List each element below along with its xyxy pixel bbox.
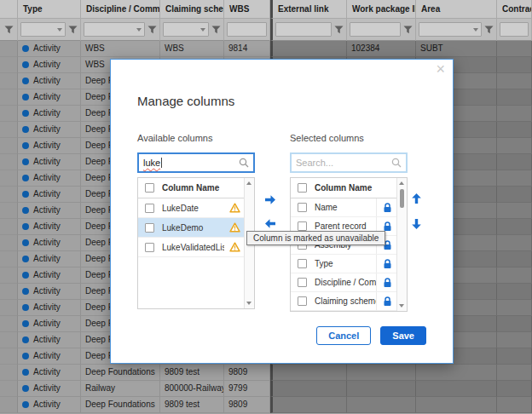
selected-scrollbar[interactable]	[396, 178, 407, 311]
filter-input-external[interactable]	[275, 22, 332, 37]
lock-icon	[376, 198, 397, 216]
scroll-down-icon[interactable]	[399, 304, 404, 308]
cell-contract	[497, 187, 532, 203]
available-search-input[interactable]: luke	[137, 152, 255, 173]
filter-funnel-icon[interactable]	[484, 26, 494, 34]
available-search-value: luke	[143, 158, 160, 168]
table-row[interactable]: ActivityRailway800000-Railway-...9799	[0, 381, 532, 397]
cell-select	[0, 332, 18, 348]
cell-wpid	[347, 381, 416, 397]
row-checkbox[interactable]	[145, 243, 154, 252]
filter-funnel-icon[interactable]	[403, 26, 413, 34]
cell-wbs: 9809	[224, 397, 270, 413]
cell-select	[0, 267, 18, 284]
filter-input-discipline[interactable]	[84, 22, 145, 37]
table-row[interactable]: ActivityDeep Foundations9809 test9809	[0, 397, 532, 413]
activity-dot-icon	[22, 304, 29, 311]
row-checkbox[interactable]	[145, 223, 154, 233]
activity-dot-icon	[22, 369, 29, 376]
filter-input-wpid[interactable]	[350, 22, 401, 37]
scroll-thumb[interactable]	[400, 189, 404, 208]
cell-area	[416, 365, 497, 381]
cancel-button[interactable]: Cancel	[316, 326, 371, 345]
activity-dot-icon	[22, 272, 29, 279]
selected-search-input[interactable]: Search...	[290, 152, 408, 173]
scroll-up-icon[interactable]	[399, 181, 404, 185]
cell-discipline: Railway	[81, 381, 160, 397]
column-header-discipline[interactable]: Discipline / Commodity	[81, 0, 160, 19]
cell-area	[416, 381, 497, 397]
cell-select	[0, 381, 18, 397]
filter-input-claiming[interactable]	[163, 22, 209, 37]
filter-funnel-icon[interactable]	[334, 26, 344, 34]
cell-contract	[497, 41, 532, 57]
selected-column-row[interactable]: Discipline / Commod...	[291, 273, 397, 292]
column-header-wbs[interactable]: WBS	[224, 0, 270, 19]
table-row[interactable]: ActivityWBSWBS9814102384SUBT	[0, 41, 532, 57]
cell-type: Activity	[18, 300, 81, 316]
column-header-external[interactable]: External link	[270, 0, 347, 19]
cell-claiming: WBS	[160, 41, 224, 57]
close-icon[interactable]: ×	[436, 60, 445, 78]
filter-funnel-icon[interactable]	[4, 26, 14, 34]
filter-funnel-icon[interactable]	[68, 26, 78, 34]
scroll-up-icon[interactable]	[246, 181, 252, 185]
filter-input-wbs[interactable]	[227, 22, 267, 37]
row-checkbox[interactable]	[298, 296, 307, 306]
cell-discipline: Deep Foundations	[81, 397, 160, 413]
available-column-row[interactable]: LukeDate	[138, 198, 245, 218]
selected-column-row[interactable]: Name	[291, 198, 397, 217]
cell-type: Activity	[18, 73, 81, 89]
activity-dot-icon	[22, 158, 29, 165]
scroll-down-icon[interactable]	[246, 302, 252, 305]
table-filter-row	[0, 19, 532, 41]
cell-select	[0, 57, 18, 73]
lock-icon	[376, 292, 397, 310]
selected-column-row[interactable]: Claiming scheme	[291, 292, 397, 311]
move-left-button[interactable]	[264, 218, 276, 229]
selected-columns-label: Selected columns	[290, 133, 364, 143]
column-name-label: LukeDemo	[162, 223, 224, 233]
cell-select	[0, 219, 18, 235]
available-select-all-checkbox[interactable]	[145, 183, 154, 193]
row-checkbox[interactable]	[145, 204, 154, 213]
cell-contract	[497, 300, 532, 316]
cell-contract	[497, 219, 532, 235]
cell-select	[0, 251, 18, 267]
selected-column-row[interactable]: Type	[291, 255, 397, 273]
filter-funnel-icon[interactable]	[147, 26, 157, 34]
selected-select-all-checkbox[interactable]	[298, 183, 307, 193]
column-header-contract[interactable]: Contract li	[497, 0, 532, 19]
available-column-row[interactable]: LukeDemo	[138, 218, 245, 238]
available-list-header: Column Name	[162, 183, 245, 193]
cell-select	[0, 41, 18, 57]
move-right-button[interactable]	[264, 194, 276, 205]
filter-input-type[interactable]	[20, 22, 66, 37]
move-down-button[interactable]	[411, 218, 422, 230]
row-checkbox[interactable]	[298, 203, 307, 212]
column-header-select[interactable]	[0, 0, 18, 19]
filter-input-contract[interactable]	[500, 22, 529, 37]
filter-input-area[interactable]	[419, 22, 482, 37]
column-name-label: LukeValidatedList	[162, 243, 224, 252]
cell-select	[0, 203, 18, 219]
row-checkbox[interactable]	[298, 259, 307, 268]
column-header-area[interactable]: Area	[416, 0, 497, 19]
selected-list-header: Column Name	[315, 183, 397, 193]
lock-icon	[376, 273, 397, 291]
column-header-type[interactable]: Type	[18, 0, 81, 19]
save-button[interactable]: Save	[380, 326, 426, 345]
column-header-wpid[interactable]: Work package ID	[347, 0, 416, 19]
table-row[interactable]: ActivityDeep Foundations9809 test9809	[0, 365, 532, 381]
move-up-button[interactable]	[411, 193, 422, 204]
activity-dot-icon	[22, 207, 29, 214]
column-header-claiming[interactable]: Claiming scheme	[160, 0, 224, 19]
cell-contract	[497, 73, 532, 89]
row-checkbox[interactable]	[298, 221, 307, 231]
filter-cell-external	[270, 19, 347, 41]
row-checkbox[interactable]	[298, 278, 307, 287]
filter-funnel-icon[interactable]	[211, 26, 221, 34]
cell-wpid	[347, 365, 416, 381]
available-column-row[interactable]: LukeValidatedList	[138, 238, 245, 257]
cell-type: Activity	[18, 267, 81, 284]
